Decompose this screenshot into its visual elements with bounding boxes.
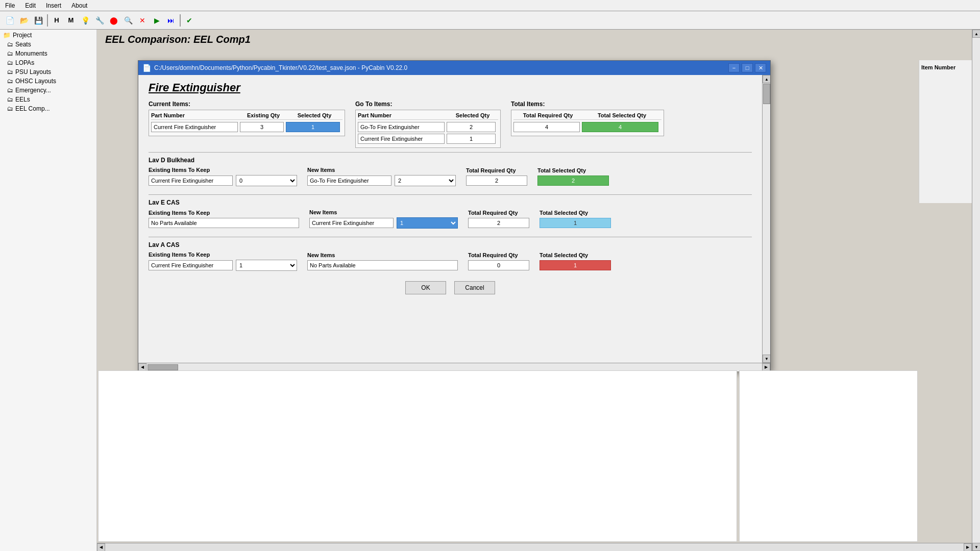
lav-e-total-sel-label: Total Selected Qty bbox=[540, 210, 611, 216]
sidebar-item-lopas[interactable]: 🗂 LOPAs bbox=[1, 58, 95, 67]
toolbar-separator-2 bbox=[180, 14, 181, 27]
lav-e-new-qty[interactable]: 0 1 2 bbox=[397, 217, 458, 229]
lav-d-existing-part bbox=[149, 176, 233, 186]
stop-icon[interactable]: ⬤ bbox=[107, 14, 120, 27]
close-red-icon[interactable]: ✕ bbox=[136, 14, 149, 27]
total-sel-header: Total Selected Qty bbox=[582, 112, 662, 118]
icon-m[interactable]: M bbox=[64, 14, 78, 27]
sidebar-item-eel-comp[interactable]: 🗂 EEL Comp... bbox=[1, 104, 95, 113]
ok-button[interactable]: OK bbox=[405, 281, 446, 294]
modal-titlebar-left: 📄 C:/Users/domhn/Documents/Python/Pycabi… bbox=[142, 64, 407, 72]
lav-d-total-sel-label: Total Selected Qty bbox=[537, 167, 609, 173]
content-area: EEL Comparison: EEL Comp1 📄 C:/Users/dom… bbox=[97, 30, 980, 551]
folder-icon-eels: 🗂 bbox=[7, 96, 13, 103]
menu-file[interactable]: File bbox=[2, 1, 18, 10]
lav-a-existing-qty[interactable]: 0 1 2 bbox=[236, 260, 297, 271]
total-items-label: Total Items: bbox=[511, 101, 664, 108]
wrench-icon[interactable]: 🔧 bbox=[93, 14, 106, 27]
lav-e-total-req-value bbox=[468, 218, 529, 228]
menu-about[interactable]: About bbox=[68, 1, 90, 10]
goto-qty-0 bbox=[447, 122, 496, 132]
sidebar-item-monuments[interactable]: 🗂 Monuments bbox=[1, 49, 95, 58]
new-button[interactable]: 📄 bbox=[3, 14, 16, 27]
modal-scroll-down[interactable]: ▼ bbox=[763, 355, 770, 363]
lav-d-total-req-value bbox=[466, 176, 527, 186]
modal-close-button[interactable]: ✕ bbox=[755, 63, 766, 72]
lav-d-new-inner: 0 1 2 3 bbox=[307, 175, 456, 186]
header-selected-qty: Selected Qty bbox=[286, 112, 342, 118]
lamp-icon[interactable]: 💡 bbox=[79, 14, 92, 27]
divider-3 bbox=[149, 237, 752, 237]
menu-insert[interactable]: Insert bbox=[43, 1, 64, 10]
total-selected-value bbox=[582, 122, 658, 132]
icon-h[interactable]: H bbox=[50, 14, 63, 27]
cancel-button[interactable]: Cancel bbox=[454, 281, 495, 294]
goto-items-header: Part Number Selected Qty bbox=[358, 112, 498, 120]
sidebar-item-psu[interactable]: 🗂 PSU Layouts bbox=[1, 67, 95, 77]
lav-a-label: Lav A CAS bbox=[149, 241, 752, 248]
goto-items-row-1 bbox=[358, 134, 498, 144]
lav-d-new-part bbox=[307, 176, 391, 186]
sidebar-item-eels[interactable]: 🗂 EELs bbox=[1, 95, 95, 104]
current-selected-qty-0[interactable] bbox=[286, 122, 340, 132]
sidebar-item-seats[interactable]: 🗂 Seats bbox=[1, 40, 95, 49]
total-required-value bbox=[513, 122, 580, 132]
check-icon[interactable]: ✔ bbox=[183, 14, 196, 27]
lav-a-new-part bbox=[307, 260, 458, 270]
lav-d-existing-inner: 0 1 2 bbox=[149, 175, 297, 186]
lav-a-existing-part bbox=[149, 260, 233, 270]
toolbar-separator-1 bbox=[47, 14, 48, 27]
main-hscrollbar: ◀ ▶ bbox=[97, 543, 972, 551]
menu-edit[interactable]: Edit bbox=[22, 1, 39, 10]
total-items-section: Total Items: Total Required Qty Total Se… bbox=[511, 101, 664, 148]
lav-a-existing-label: Existing Items To Keep bbox=[149, 252, 297, 258]
sidebar-item-project[interactable]: 📁 Project bbox=[1, 31, 95, 40]
sidebar: 📁 Project 🗂 Seats 🗂 Monuments 🗂 LOPAs 🗂 … bbox=[0, 30, 97, 551]
total-items-header: Total Required Qty Total Selected Qty bbox=[513, 112, 662, 120]
sidebar-item-emergency[interactable]: 🗂 Emergency... bbox=[1, 86, 95, 95]
divider-1 bbox=[149, 152, 752, 153]
lav-d-new-qty[interactable]: 0 1 2 3 bbox=[395, 175, 456, 186]
run-icon[interactable]: ▶ bbox=[150, 14, 163, 27]
goto-part-1 bbox=[358, 134, 445, 144]
lav-a-total-sel-label: Total Selected Qty bbox=[540, 252, 611, 258]
modal-titlebar: 📄 C:/Users/domhn/Documents/Python/Pycabi… bbox=[138, 61, 770, 75]
modal-scroll-up[interactable]: ▲ bbox=[763, 75, 770, 83]
step-icon[interactable]: ⏭ bbox=[164, 14, 178, 27]
bottom-panels bbox=[97, 369, 919, 543]
modal-scroll-track bbox=[763, 83, 770, 355]
open-button[interactable]: 📂 bbox=[17, 14, 31, 27]
sidebar-item-ohsc[interactable]: 🗂 OHSC Layouts bbox=[1, 77, 95, 86]
modal-maximize-button[interactable]: □ bbox=[742, 63, 753, 72]
lav-a-row: Existing Items To Keep 0 1 2 bbox=[149, 252, 752, 271]
main-layout: 📁 Project 🗂 Seats 🗂 Monuments 🗂 LOPAs 🗂 … bbox=[0, 30, 980, 551]
modal-scroll-thumb[interactable] bbox=[763, 84, 770, 104]
lav-d-existing-label: Existing Items To Keep bbox=[149, 167, 297, 173]
current-items-row-0 bbox=[151, 122, 342, 132]
current-part-name-0 bbox=[151, 122, 238, 132]
lav-e-existing-part bbox=[149, 218, 299, 228]
folder-icon-psu: 🗂 bbox=[7, 68, 13, 76]
total-items-box: Total Required Qty Total Selected Qty bbox=[511, 110, 664, 136]
lav-a-existing: Existing Items To Keep 0 1 2 bbox=[149, 252, 297, 271]
folder-icon-ohsc: 🗂 bbox=[7, 78, 13, 85]
lav-a-total-req: Total Required Qty bbox=[468, 252, 529, 270]
main-vscroll-up[interactable]: ▲ bbox=[972, 30, 980, 38]
lav-a-total-sel: Total Selected Qty bbox=[540, 252, 611, 270]
header-part-number: Part Number bbox=[151, 112, 240, 118]
modal-vscrollbar: ▲ ▼ bbox=[762, 75, 770, 363]
main-hscroll-right[interactable]: ▶ bbox=[964, 543, 972, 552]
sidebar-label-monuments: Monuments bbox=[15, 50, 47, 57]
lav-d-existing-qty[interactable]: 0 1 2 bbox=[236, 175, 297, 186]
folder-icon-eel-comp: 🗂 bbox=[7, 105, 13, 112]
lav-a-new: New Items bbox=[307, 252, 458, 270]
main-hscroll-left[interactable]: ◀ bbox=[97, 543, 105, 552]
modal-minimize-button[interactable]: − bbox=[728, 63, 740, 72]
main-vscroll-down[interactable]: ▼ bbox=[972, 543, 980, 551]
lav-d-row: Existing Items To Keep 0 1 2 bbox=[149, 167, 752, 186]
save-button[interactable]: 💾 bbox=[32, 14, 45, 27]
zoom-icon[interactable]: 🔍 bbox=[121, 14, 135, 27]
total-items-row-0 bbox=[513, 122, 662, 132]
bottom-left-panel bbox=[98, 370, 737, 542]
folder-icon-seats: 🗂 bbox=[7, 41, 13, 48]
